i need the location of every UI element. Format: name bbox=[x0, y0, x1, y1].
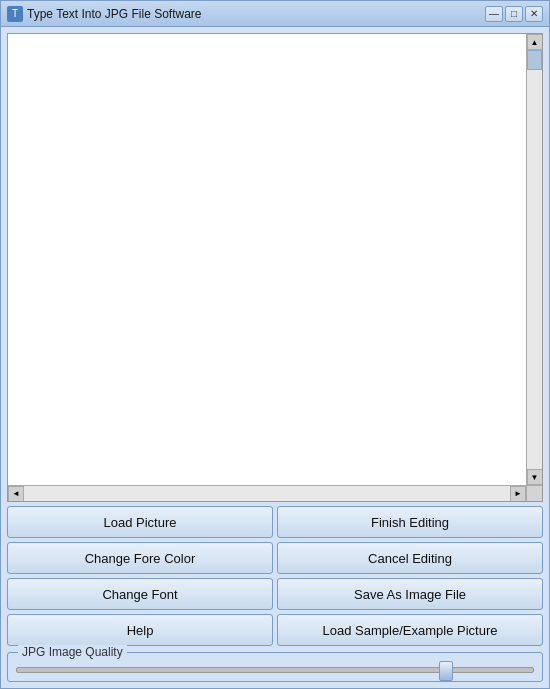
save-as-image-button[interactable]: Save As Image File bbox=[277, 578, 543, 610]
minimize-button[interactable]: — bbox=[485, 6, 503, 22]
title-bar: T Type Text Into JPG File Software — □ ✕ bbox=[1, 1, 549, 27]
quality-legend-label: JPG Image Quality bbox=[18, 645, 127, 659]
vertical-scrollbar[interactable]: ▲ ▼ bbox=[526, 34, 542, 485]
scroll-right-button[interactable]: ► bbox=[510, 486, 526, 502]
scroll-corner bbox=[526, 485, 542, 501]
scroll-track-horizontal[interactable] bbox=[24, 486, 510, 501]
cancel-editing-button[interactable]: Cancel Editing bbox=[277, 542, 543, 574]
buttons-grid: Load Picture Finish Editing Change Fore … bbox=[7, 506, 543, 646]
finish-editing-button[interactable]: Finish Editing bbox=[277, 506, 543, 538]
close-button[interactable]: ✕ bbox=[525, 6, 543, 22]
quality-slider-track bbox=[16, 667, 534, 673]
change-font-button[interactable]: Change Font bbox=[7, 578, 273, 610]
horizontal-scrollbar[interactable]: ◄ ► bbox=[8, 485, 526, 501]
image-canvas[interactable]: ▲ ▼ ◄ ► bbox=[7, 33, 543, 502]
quality-section: JPG Image Quality bbox=[7, 652, 543, 682]
scroll-up-button[interactable]: ▲ bbox=[527, 34, 543, 50]
title-bar-buttons: — □ ✕ bbox=[485, 6, 543, 22]
quality-slider-thumb[interactable] bbox=[439, 661, 453, 681]
help-button[interactable]: Help bbox=[7, 614, 273, 646]
window-title: Type Text Into JPG File Software bbox=[27, 7, 202, 21]
change-fore-color-button[interactable]: Change Fore Color bbox=[7, 542, 273, 574]
scroll-track-vertical[interactable] bbox=[527, 50, 542, 469]
scroll-down-button[interactable]: ▼ bbox=[527, 469, 543, 485]
maximize-button[interactable]: □ bbox=[505, 6, 523, 22]
title-bar-left: T Type Text Into JPG File Software bbox=[7, 6, 202, 22]
app-icon: T bbox=[7, 6, 23, 22]
load-picture-button[interactable]: Load Picture bbox=[7, 506, 273, 538]
quality-slider-container bbox=[16, 657, 534, 673]
main-window: T Type Text Into JPG File Software — □ ✕… bbox=[0, 0, 550, 689]
content-area: ▲ ▼ ◄ ► Load Picture Finish Editing Chan… bbox=[1, 27, 549, 688]
scroll-left-button[interactable]: ◄ bbox=[8, 486, 24, 502]
load-sample-button[interactable]: Load Sample/Example Picture bbox=[277, 614, 543, 646]
scroll-thumb-vertical[interactable] bbox=[527, 50, 542, 70]
